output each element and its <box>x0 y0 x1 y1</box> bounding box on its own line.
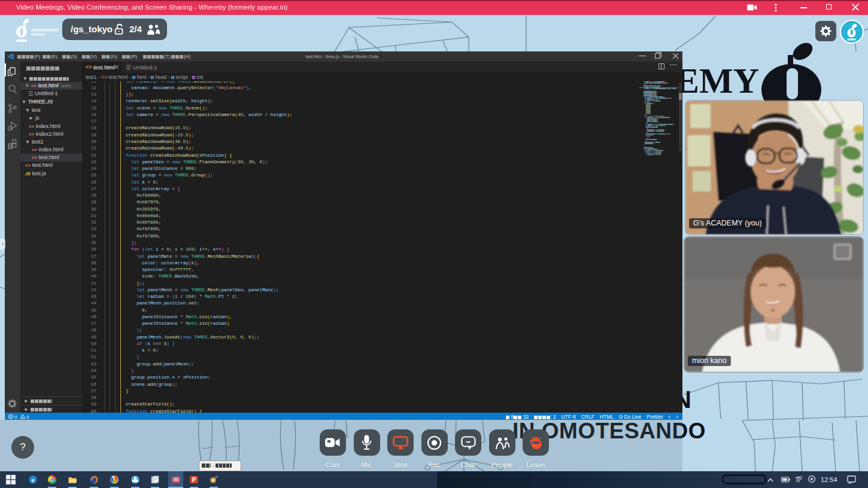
svg-text:0: 0 <box>26 414 29 420</box>
svg-text:e: e <box>32 476 35 483</box>
svg-text:0: 0 <box>14 414 17 420</box>
svg-text:P: P <box>192 477 196 483</box>
